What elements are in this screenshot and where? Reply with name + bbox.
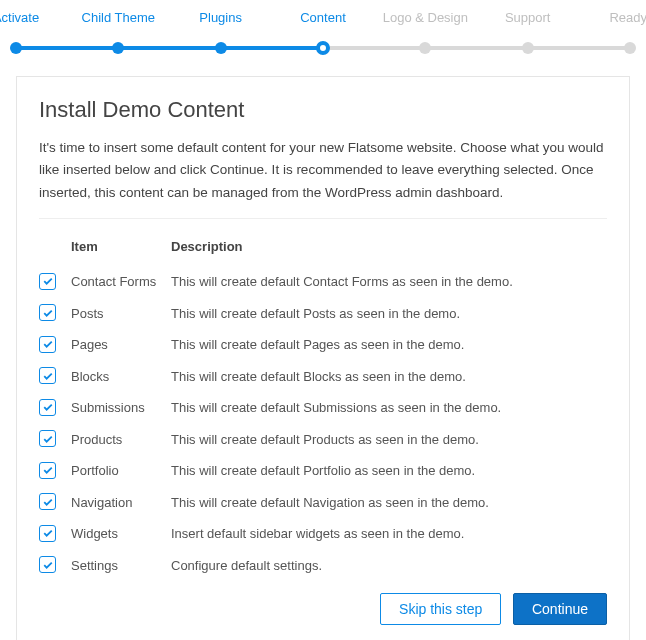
- item-name: Submissions: [71, 392, 171, 424]
- step-content[interactable]: Content: [273, 10, 373, 39]
- item-checkbox[interactable]: [39, 493, 56, 510]
- table-row: PagesThis will create default Pages as s…: [39, 329, 607, 361]
- item-checkbox[interactable]: [39, 462, 56, 479]
- item-description: This will create default Products as see…: [171, 423, 607, 455]
- item-description: This will create default Portfolio as se…: [171, 455, 607, 487]
- step-label: Ready!: [580, 10, 646, 39]
- step-support: Support: [478, 10, 578, 39]
- step-ready-: Ready!: [580, 10, 646, 39]
- item-checkbox[interactable]: [39, 556, 56, 573]
- item-description: This will create default Blocks as seen …: [171, 360, 607, 392]
- items-table: Item Description Contact FormsThis will …: [39, 231, 607, 581]
- item-checkbox[interactable]: [39, 430, 56, 447]
- col-item: Item: [71, 231, 171, 266]
- item-name: Blocks: [71, 360, 171, 392]
- check-icon: [42, 338, 54, 350]
- check-icon: [42, 401, 54, 413]
- item-description: Insert default sidebar widgets as seen i…: [171, 518, 607, 550]
- step-label: Logo & Design: [375, 10, 475, 39]
- item-description: This will create default Submissions as …: [171, 392, 607, 424]
- table-row: ProductsThis will create default Product…: [39, 423, 607, 455]
- step-dot: [624, 42, 636, 54]
- check-icon: [42, 307, 54, 319]
- step-dot: [316, 41, 330, 55]
- step-label: Activate: [0, 10, 66, 39]
- step-dot: [522, 42, 534, 54]
- content-card: Install Demo Content It's time to insert…: [16, 76, 630, 640]
- item-name: Products: [71, 423, 171, 455]
- check-icon: [42, 496, 54, 508]
- item-name: Posts: [71, 297, 171, 329]
- table-row: Contact FormsThis will create default Co…: [39, 266, 607, 298]
- item-checkbox[interactable]: [39, 367, 56, 384]
- check-icon: [42, 370, 54, 382]
- item-name: Portfolio: [71, 455, 171, 487]
- item-checkbox[interactable]: [39, 399, 56, 416]
- col-description: Description: [171, 231, 607, 266]
- check-icon: [42, 527, 54, 539]
- step-label: Child Theme: [68, 10, 168, 39]
- item-checkbox[interactable]: [39, 525, 56, 542]
- table-row: BlocksThis will create default Blocks as…: [39, 360, 607, 392]
- step-activate[interactable]: Activate: [0, 10, 66, 39]
- setup-stepper: ActivateChild ThemePluginsContentLogo & …: [16, 10, 630, 58]
- table-row: PortfolioThis will create default Portfo…: [39, 455, 607, 487]
- page-title: Install Demo Content: [39, 97, 607, 123]
- item-name: Settings: [71, 549, 171, 581]
- item-name: Pages: [71, 329, 171, 361]
- item-description: Configure default settings.: [171, 549, 607, 581]
- step-dot: [215, 42, 227, 54]
- page-description: It's time to insert some default content…: [39, 137, 607, 204]
- check-icon: [42, 275, 54, 287]
- divider: [39, 218, 607, 219]
- continue-button[interactable]: Continue: [513, 593, 607, 625]
- check-icon: [42, 559, 54, 571]
- step-logo-design: Logo & Design: [375, 10, 475, 39]
- stepper-progress: [16, 46, 323, 50]
- item-checkbox[interactable]: [39, 304, 56, 321]
- item-description: This will create default Pages as seen i…: [171, 329, 607, 361]
- item-name: Contact Forms: [71, 266, 171, 298]
- table-row: PostsThis will create default Posts as s…: [39, 297, 607, 329]
- item-name: Navigation: [71, 486, 171, 518]
- step-label: Support: [478, 10, 578, 39]
- table-row: NavigationThis will create default Navig…: [39, 486, 607, 518]
- check-icon: [42, 464, 54, 476]
- item-description: This will create default Posts as seen i…: [171, 297, 607, 329]
- item-name: Widgets: [71, 518, 171, 550]
- step-dot: [419, 42, 431, 54]
- step-plugins[interactable]: Plugins: [171, 10, 271, 39]
- skip-button[interactable]: Skip this step: [380, 593, 501, 625]
- item-checkbox[interactable]: [39, 273, 56, 290]
- actions-bar: Skip this step Continue: [39, 593, 607, 625]
- item-checkbox[interactable]: [39, 336, 56, 353]
- item-description: This will create default Contact Forms a…: [171, 266, 607, 298]
- step-child-theme[interactable]: Child Theme: [68, 10, 168, 39]
- table-row: WidgetsInsert default sidebar widgets as…: [39, 518, 607, 550]
- table-row: SettingsConfigure default settings.: [39, 549, 607, 581]
- check-icon: [42, 433, 54, 445]
- step-label: Plugins: [171, 10, 271, 39]
- step-dot: [112, 42, 124, 54]
- step-label: Content: [273, 10, 373, 39]
- item-description: This will create default Navigation as s…: [171, 486, 607, 518]
- step-dot: [10, 42, 22, 54]
- table-row: SubmissionsThis will create default Subm…: [39, 392, 607, 424]
